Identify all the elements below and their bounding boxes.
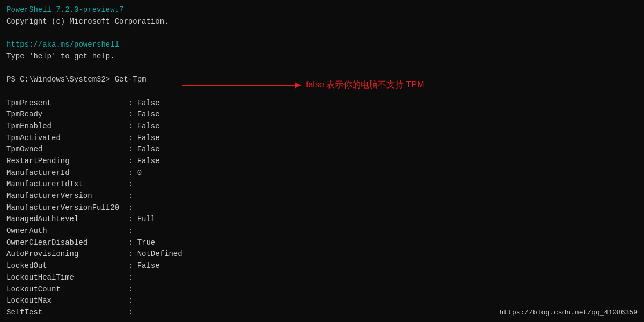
field-label: ManufacturerVersion <box>6 192 128 200</box>
table-row: ManufacturerVersionFull20 : <box>6 202 638 214</box>
copyright-line: Copyright (c) Microsoft Corporation. <box>6 16 638 28</box>
annotation-label: false 表示你的电脑不支持 TPM <box>306 79 424 91</box>
field-label: LockoutHealTime <box>6 273 128 282</box>
field-label: SelfTest <box>6 308 128 317</box>
field-label: LockoutMax <box>6 296 128 305</box>
table-row: LockedOut : False <box>6 260 638 272</box>
arrow-icon <box>182 85 301 86</box>
table-row: OwnerClearDisabled : True <box>6 237 638 249</box>
table-row: ManufacturerId : 0 <box>6 167 638 179</box>
table-row: ManagedAuthLevel : Full <box>6 214 638 225</box>
field-label: LockoutCount <box>6 285 128 294</box>
field-label: AutoProvisioning <box>6 250 128 258</box>
field-label: OwnerAuth <box>6 226 128 235</box>
field-label: OwnerClearDisabled <box>6 238 128 247</box>
field-label: ManagedAuthLevel <box>6 215 128 223</box>
field-label: LockedOut <box>6 261 128 270</box>
table-row: LockoutHealTime : <box>6 272 638 284</box>
field-label: TpmOwned <box>6 145 128 153</box>
tpm-output: TpmPresent : False TpmReady : False TpmE… <box>6 98 638 319</box>
table-row: AutoProvisioning : NotDefined <box>6 248 638 260</box>
ps-link: https://aka.ms/powershell <box>6 39 638 51</box>
terminal-window: PowerShell 7.2.0-preview.7 Copyright (c)… <box>0 0 644 322</box>
annotation-callout: false 表示你的电脑不支持 TPM <box>182 79 424 91</box>
field-label: TpmActivated <box>6 134 128 142</box>
field-label: TpmReady <box>6 110 128 119</box>
table-row: ManufacturerVersion : <box>6 191 638 202</box>
field-label: TpmPresent <box>6 99 128 107</box>
field-label: ManufacturerIdTxt <box>6 180 128 188</box>
help-hint: Type 'help' to get help. <box>6 51 638 63</box>
table-row: ManufacturerIdTxt : <box>6 179 638 191</box>
table-row: TpmOwned : False <box>6 144 638 156</box>
powershell-version: PowerShell 7.2.0-preview.7 <box>6 4 638 16</box>
field-label: ManufacturerVersionFull20 <box>6 203 128 212</box>
table-row: OwnerAuth : <box>6 225 638 237</box>
field-label: ManufacturerId <box>6 169 128 177</box>
table-row: TpmPresent : False <box>6 98 638 109</box>
table-row: TpmActivated : False <box>6 133 638 144</box>
field-label: TpmEnabled <box>6 122 128 130</box>
field-label: RestartPending <box>6 157 128 165</box>
table-row: TpmReady : False <box>6 109 638 121</box>
table-row: RestartPending : False <box>6 156 638 167</box>
table-row: LockoutCount : <box>6 284 638 296</box>
table-row: LockoutMax : <box>6 295 638 307</box>
blog-url: https://blog.csdn.net/qq_41086359 <box>500 309 638 317</box>
table-row: TpmEnabled : False <box>6 121 638 133</box>
